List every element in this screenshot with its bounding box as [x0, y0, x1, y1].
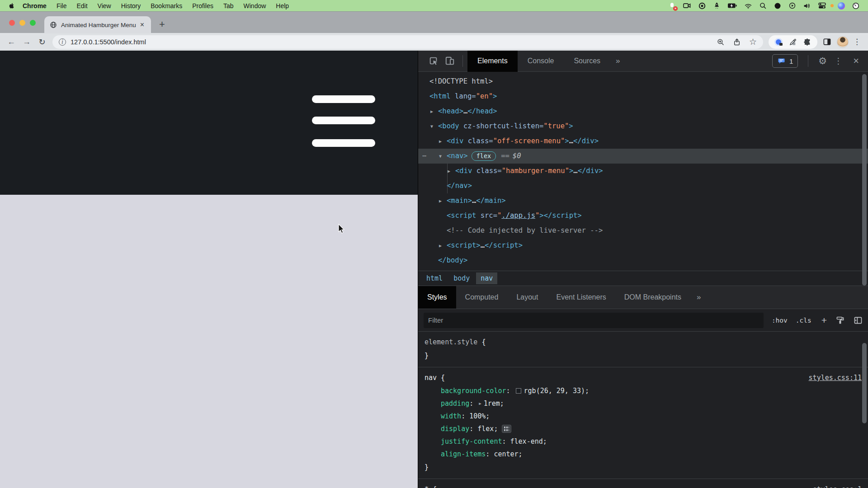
expand-arrow-closed-icon[interactable]: ▶ [430, 104, 438, 119]
new-tab-button[interactable]: + [159, 19, 165, 30]
window-close-button[interactable] [9, 20, 15, 26]
expand-arrow-open-icon[interactable]: ▼ [439, 149, 447, 164]
node-options-dots[interactable]: ⋯ [422, 149, 426, 164]
menu-chrome[interactable]: Chrome [18, 2, 52, 9]
device-toolbar-icon[interactable] [442, 56, 458, 66]
rendering-paint-icon[interactable] [836, 316, 844, 324]
menu-view[interactable]: View [93, 2, 116, 9]
browser-tab[interactable]: Animated Hamburger Menu × [44, 16, 151, 33]
dom-tree-row[interactable]: ▶<main>…</main> [418, 193, 868, 208]
wifi-icon[interactable] [744, 2, 752, 10]
tab-styles[interactable]: Styles [418, 286, 456, 309]
stylesheet-link[interactable]: styles.css:1 [813, 483, 862, 488]
tab-close-icon[interactable]: × [139, 21, 146, 29]
forward-icon[interactable]: → [20, 37, 33, 47]
css-selector[interactable]: element.style [425, 338, 477, 346]
address-bar[interactable]: i 127.0.0.1:5500/index.html ☆ [52, 35, 763, 49]
issues-button[interactable]: 1 [772, 54, 798, 68]
css-selector[interactable]: nav [425, 374, 437, 382]
window-zoom-button[interactable] [30, 20, 36, 26]
eyedropper-extension-icon[interactable] [789, 38, 797, 46]
menu-kebab-icon[interactable]: ⋮ [850, 37, 863, 47]
dom-tree-row[interactable]: <!DOCTYPE html> [418, 74, 868, 89]
expand-arrow-closed-icon[interactable]: ▶ [439, 193, 447, 208]
rocket-icon[interactable] [713, 2, 721, 9]
expand-shorthand-icon[interactable]: ▶ [479, 401, 481, 406]
menu-window[interactable]: Window [239, 2, 271, 9]
hamburger-menu-button[interactable] [312, 95, 375, 155]
dom-tree-row[interactable]: </nav> [418, 178, 868, 193]
extensions-puzzle-icon[interactable] [803, 38, 811, 46]
dom-tree-row[interactable]: ▶<div class="hamburger-menu">…</div> [418, 164, 868, 178]
back-icon[interactable]: ← [5, 37, 18, 47]
css-selector[interactable]: * [425, 485, 429, 488]
expand-arrow-closed-icon[interactable]: ▶ [448, 164, 455, 178]
css-property-row[interactable]: background-color: rgb(26, 29, 33); [425, 385, 862, 397]
tab-layout[interactable]: Layout [507, 286, 547, 309]
battery-charging-icon[interactable] [727, 2, 737, 9]
dom-tree-row[interactable]: <html lang="en"> [418, 89, 868, 104]
record-icon[interactable] [698, 2, 706, 10]
more-tabs-icon[interactable]: » [610, 56, 625, 66]
new-style-rule-icon[interactable]: + [821, 315, 827, 326]
menu-profiles[interactable]: Profiles [187, 2, 218, 9]
menu-tab[interactable]: Tab [218, 2, 239, 9]
breadcrumb-nav[interactable]: nav [476, 272, 497, 284]
expand-arrow-closed-icon[interactable]: ▶ [439, 134, 447, 149]
share-icon[interactable] [733, 38, 741, 46]
dom-tree-row[interactable]: ▼<body cz-shortcut-listen="true"> [418, 119, 868, 134]
styles-filter-input[interactable] [424, 313, 764, 328]
menu-bookmarks[interactable]: Bookmarks [146, 2, 187, 9]
tab-dom-breakpoints[interactable]: DOM Breakpoints [615, 286, 690, 309]
dom-tree-row[interactable]: ▶<div class="off-screen-menu">…</div> [418, 134, 868, 149]
zoom-icon[interactable] [717, 38, 725, 46]
expand-arrow-open-icon[interactable]: ▼ [430, 119, 438, 134]
css-property-row[interactable]: justify-content: flex-end; [425, 435, 862, 448]
siri-icon[interactable] [838, 2, 845, 9]
video-camera-icon[interactable] [683, 1, 691, 10]
window-minimize-button[interactable] [19, 20, 25, 26]
css-property-row[interactable]: display: flex; [425, 422, 862, 435]
tab-computed[interactable]: Computed [456, 286, 508, 309]
site-info-icon[interactable]: i [59, 38, 66, 46]
devtools-kebab-icon[interactable]: ⋮ [832, 56, 844, 66]
privacy-extension-icon[interactable] [774, 38, 783, 46]
dom-tree-scrollbar[interactable] [862, 74, 867, 286]
dom-tree-row[interactable]: ▶<head>…</head> [418, 104, 868, 119]
control-center-icon[interactable] [818, 1, 826, 10]
clock-icon[interactable] [852, 2, 860, 10]
side-panel-icon[interactable] [823, 38, 831, 46]
dom-tree-row[interactable]: <!-- Code injected by live-server --> [418, 223, 868, 238]
color-swatch[interactable] [516, 388, 521, 394]
play-circle-icon[interactable] [788, 2, 796, 9]
profile-avatar[interactable] [837, 36, 849, 48]
css-property-row[interactable]: padding: ▶1rem; [425, 397, 862, 410]
more-styles-tabs-icon[interactable]: » [690, 293, 707, 302]
inspect-element-icon[interactable] [425, 56, 442, 66]
tab-event-listeners[interactable]: Event Listeners [547, 286, 615, 309]
reload-icon[interactable]: ↻ [35, 37, 49, 47]
toggle-class[interactable]: .cls [796, 317, 811, 324]
expand-arrow-closed-icon[interactable]: ▶ [439, 238, 447, 253]
dom-tree-row[interactable]: <script src="./app.js"></script> [418, 208, 868, 223]
tab-elements[interactable]: Elements [467, 51, 518, 72]
flex-badge[interactable]: flex [472, 151, 496, 161]
css-property-row[interactable]: align-items: center; [425, 448, 862, 460]
mic-muted-icon[interactable]: × [668, 2, 676, 9]
recording-dot-icon[interactable] [774, 2, 782, 10]
tab-console[interactable]: Console [518, 51, 564, 72]
stylesheet-link[interactable]: styles.css:11 [809, 371, 862, 385]
dom-tree-row[interactable]: ⋯▼<nav>flex==$0 [418, 149, 868, 164]
dom-tree-row[interactable]: ▶<script>…</script> [418, 238, 868, 253]
url-text[interactable]: 127.0.0.1:5500/index.html [71, 38, 146, 46]
breadcrumb-body[interactable]: body [449, 272, 474, 284]
settings-gear-icon[interactable]: ⚙ [818, 56, 827, 66]
menu-history[interactable]: History [116, 2, 146, 9]
styles-scrollbar[interactable] [862, 343, 867, 423]
dock-sidebar-icon[interactable] [854, 316, 863, 325]
dom-tree-row[interactable]: </body> [418, 253, 868, 268]
menu-edit[interactable]: Edit [71, 2, 92, 9]
tab-sources[interactable]: Sources [564, 51, 610, 72]
menu-file[interactable]: File [52, 2, 72, 9]
flex-editor-icon[interactable] [502, 425, 511, 433]
